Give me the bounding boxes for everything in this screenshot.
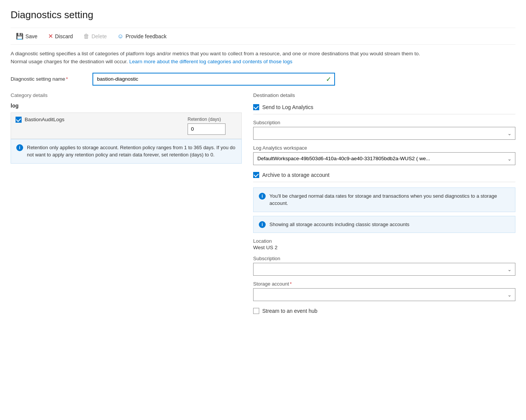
subscription-select-container-storage: ⌄ xyxy=(253,263,515,276)
storage-account-label: Archive to a storage account xyxy=(262,172,329,178)
discard-icon: ✕ xyxy=(48,33,53,40)
log-analytics-checkbox[interactable] xyxy=(253,104,259,110)
subscription-select-analytics[interactable] xyxy=(253,127,515,140)
diagnostic-name-wrapper: ✓ xyxy=(92,73,335,86)
workspace-select[interactable]: DefaultWorkspace-49b503d6-410a-40c9-ae40… xyxy=(253,152,515,165)
storage-info-icon-1: i xyxy=(259,193,266,200)
retention-info-box: i Retention only applies to storage acco… xyxy=(11,139,242,164)
workspace-label: Log Analytics workspace xyxy=(253,145,515,151)
storage-account-select-label: Storage account* xyxy=(253,281,515,287)
bastion-audit-logs-checkbox[interactable] xyxy=(16,117,22,123)
info-icon: i xyxy=(16,144,23,151)
log-analytics-section: Send to Log Analytics Subscription ⌄ Log… xyxy=(253,104,515,165)
workspace-wrapper: Log Analytics workspace DefaultWorkspace… xyxy=(253,145,515,165)
feedback-button[interactable]: ☺ Provide feedback xyxy=(112,31,172,41)
storage-account-select-wrapper: Storage account* ⌄ xyxy=(253,281,515,301)
log-row: BastionAuditLogs Retention (days) xyxy=(11,112,242,139)
retention-info-text: Retention only applies to storage accoun… xyxy=(27,144,236,159)
feedback-icon: ☺ xyxy=(117,33,124,40)
save-icon: 💾 xyxy=(16,33,23,40)
event-hub-checkbox[interactable] xyxy=(253,308,259,314)
subscription-label-storage: Subscription xyxy=(253,256,515,261)
toolbar: 💾 Save ✕ Discard 🗑 Delete ☺ Provide feed… xyxy=(11,28,515,45)
subscription-wrapper-storage: Subscription ⌄ xyxy=(253,256,515,276)
destination-details-section: Destination details Send to Log Analytic… xyxy=(242,92,515,314)
storage-account-select[interactable] xyxy=(253,288,515,301)
storage-account-section: Archive to a storage account i You'll be… xyxy=(253,172,515,301)
log-analytics-label: Send to Log Analytics xyxy=(262,104,313,110)
subscription-label-analytics: Subscription xyxy=(253,120,515,125)
subscription-wrapper-analytics: Subscription ⌄ xyxy=(253,120,515,140)
retention-label: Retention (days) xyxy=(188,117,221,122)
destination-details-title: Destination details xyxy=(253,92,515,98)
storage-info-box-2: i Showing all storage accounts including… xyxy=(253,216,515,233)
valid-check-icon: ✓ xyxy=(326,75,331,83)
storage-info-text-1: You'll be charged normal data rates for … xyxy=(269,192,510,207)
retention-input[interactable] xyxy=(188,123,225,135)
main-content: Category details log BastionAuditLogs Re… xyxy=(11,92,515,314)
diagnostic-name-row: Diagnostic setting name* ✓ xyxy=(11,73,515,86)
description-text: A diagnostic setting specifies a list of… xyxy=(11,50,427,66)
event-hub-label: Stream to an event hub xyxy=(262,308,318,314)
save-button[interactable]: 💾 Save xyxy=(11,31,43,41)
category-details-section: Category details log BastionAuditLogs Re… xyxy=(11,92,242,314)
workspace-select-container: DefaultWorkspace-49b503d6-410a-40c9-ae40… xyxy=(253,152,515,165)
log-analytics-header: Send to Log Analytics xyxy=(253,104,515,114)
storage-account-header: Archive to a storage account xyxy=(253,172,515,182)
subscription-select-storage[interactable] xyxy=(253,263,515,276)
event-hub-row: Stream to an event hub xyxy=(253,308,515,314)
location-label: Location xyxy=(253,238,515,244)
location-value: West US 2 xyxy=(253,245,515,250)
delete-button[interactable]: 🗑 Delete xyxy=(78,31,112,41)
storage-info-icon-2: i xyxy=(259,221,266,228)
log-checkbox-area: BastionAuditLogs xyxy=(16,117,188,123)
storage-account-select-container: ⌄ xyxy=(253,288,515,301)
storage-info-text-2: Showing all storage accounts including c… xyxy=(269,221,409,228)
log-section-title: log xyxy=(11,103,242,109)
storage-account-checkbox[interactable] xyxy=(253,172,259,178)
diagnostic-name-label: Diagnostic setting name* xyxy=(11,76,86,82)
discard-button[interactable]: ✕ Discard xyxy=(43,31,78,41)
category-details-title: Category details xyxy=(11,92,242,98)
learn-more-link[interactable]: Learn more about the different log categ… xyxy=(129,59,293,64)
storage-info-box-1: i You'll be charged normal data rates fo… xyxy=(253,187,515,212)
delete-icon: 🗑 xyxy=(83,33,89,40)
diagnostic-name-input[interactable] xyxy=(92,73,335,86)
bastion-audit-logs-label: BastionAuditLogs xyxy=(25,117,64,122)
subscription-select-container-analytics: ⌄ xyxy=(253,127,515,140)
page-title: Diagnostics setting xyxy=(11,9,515,21)
retention-area: Retention (days) xyxy=(188,117,237,135)
